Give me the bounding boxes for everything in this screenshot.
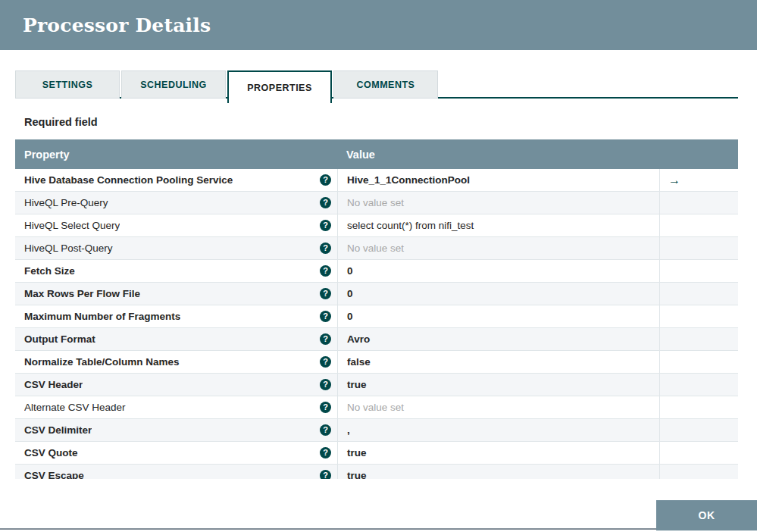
help-icon[interactable]: ? bbox=[320, 197, 331, 208]
property-name: HiveQL Post-Query bbox=[24, 243, 113, 254]
dialog-bottom-edge bbox=[0, 528, 757, 530]
table-header-row: Property Value bbox=[15, 139, 738, 169]
properties-table: Property Value Hive Database Connection … bbox=[15, 139, 738, 479]
help-icon[interactable]: ? bbox=[320, 243, 331, 254]
dialog-title: Processor Details bbox=[23, 14, 211, 36]
help-icon[interactable]: ? bbox=[320, 220, 331, 231]
help-icon[interactable]: ? bbox=[320, 470, 331, 479]
property-value: No value set bbox=[347, 402, 404, 413]
table-row: HiveQL Select Query ? select count(*) fr… bbox=[15, 214, 738, 237]
table-row: Hive Database Connection Pooling Service… bbox=[15, 169, 738, 192]
tab-scheduling[interactable]: SCHEDULING bbox=[121, 70, 226, 99]
table-row: CSV Header ? true → bbox=[15, 374, 738, 396]
table-row: Alternate CSV Header ? No value set → bbox=[15, 396, 738, 419]
help-icon[interactable]: ? bbox=[320, 311, 331, 322]
property-name: CSV Delimiter bbox=[24, 424, 92, 436]
table-row: CSV Escape ? true → bbox=[15, 465, 738, 479]
property-name: Output Format bbox=[24, 333, 95, 345]
tab-bar: SETTINGS SCHEDULING PROPERTIES COMMENTS bbox=[15, 70, 738, 99]
property-value: true bbox=[347, 379, 367, 390]
help-icon[interactable]: ? bbox=[320, 265, 331, 277]
property-value: 0 bbox=[347, 311, 353, 322]
tab-settings[interactable]: SETTINGS bbox=[15, 70, 120, 99]
column-header-property: Property bbox=[15, 149, 337, 161]
table-row: HiveQL Pre-Query ? No value set → bbox=[15, 192, 738, 214]
tab-comments[interactable]: COMMENTS bbox=[333, 70, 438, 99]
property-value: false bbox=[347, 356, 371, 368]
table-row: Maximum Number of Fragments ? 0 → bbox=[15, 305, 738, 328]
tab-properties[interactable]: PROPERTIES bbox=[227, 70, 332, 103]
property-name: Max Rows Per Flow File bbox=[24, 288, 140, 299]
help-icon[interactable]: ? bbox=[320, 424, 331, 436]
property-name: Normalize Table/Column Names bbox=[24, 356, 180, 368]
property-name: Fetch Size bbox=[24, 265, 75, 277]
table-row: Max Rows Per Flow File ? 0 → bbox=[15, 283, 738, 305]
goto-arrow-icon[interactable]: → bbox=[660, 174, 680, 187]
table-row: Fetch Size ? 0 → bbox=[15, 260, 738, 283]
help-icon[interactable]: ? bbox=[320, 402, 331, 413]
property-value: 0 bbox=[347, 265, 353, 277]
property-value: Avro bbox=[347, 333, 370, 345]
ok-button[interactable]: OK bbox=[656, 500, 757, 530]
required-field-label: Required field bbox=[24, 116, 757, 128]
property-value: 0 bbox=[347, 288, 353, 299]
property-name: Hive Database Connection Pooling Service bbox=[24, 174, 233, 186]
table-row: CSV Quote ? true → bbox=[15, 442, 738, 465]
property-value: , bbox=[347, 424, 350, 436]
table-row: Normalize Table/Column Names ? false → bbox=[15, 351, 738, 374]
property-value: No value set bbox=[347, 243, 404, 254]
table-row: Output Format ? Avro → bbox=[15, 328, 738, 351]
table-row: HiveQL Post-Query ? No value set → bbox=[15, 237, 738, 260]
help-icon[interactable]: ? bbox=[320, 288, 331, 299]
property-value: true bbox=[347, 470, 367, 479]
processor-details-dialog: Processor Details SETTINGS SCHEDULING PR… bbox=[0, 0, 757, 532]
table-row: CSV Delimiter ? , → bbox=[15, 419, 738, 442]
help-icon[interactable]: ? bbox=[320, 447, 331, 458]
property-value: No value set bbox=[347, 197, 404, 208]
help-icon[interactable]: ? bbox=[320, 174, 331, 186]
property-value: true bbox=[347, 447, 367, 458]
property-name: HiveQL Pre-Query bbox=[24, 197, 108, 208]
column-header-value: Value bbox=[337, 149, 659, 161]
property-value: select count(*) from nifi_test bbox=[347, 220, 474, 231]
property-name: Alternate CSV Header bbox=[24, 402, 126, 413]
property-value: Hive_1_1ConnectionPool bbox=[347, 174, 470, 186]
property-name: Maximum Number of Fragments bbox=[24, 311, 180, 322]
property-name: CSV Header bbox=[24, 379, 83, 390]
property-name: HiveQL Select Query bbox=[24, 220, 120, 231]
help-icon[interactable]: ? bbox=[320, 379, 331, 390]
property-name: CSV Escape bbox=[24, 470, 84, 479]
dialog-header: Processor Details bbox=[0, 0, 757, 50]
help-icon[interactable]: ? bbox=[320, 356, 331, 368]
help-icon[interactable]: ? bbox=[320, 333, 331, 345]
table-body: Hive Database Connection Pooling Service… bbox=[15, 169, 738, 479]
property-name: CSV Quote bbox=[24, 447, 78, 458]
